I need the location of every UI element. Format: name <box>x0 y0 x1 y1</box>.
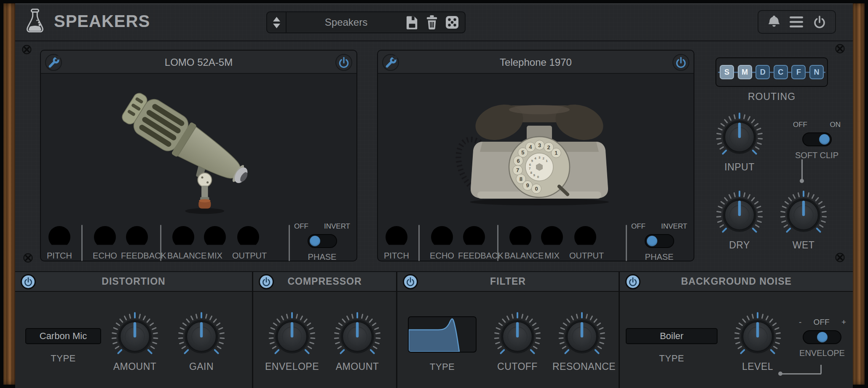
speaker-2-mix-knob[interactable]: MIX <box>536 224 568 261</box>
speaker-1-pitch-knob[interactable]: PITCH <box>43 224 75 261</box>
rotary-telephone-image: 1234567890 1234567890 <box>440 84 638 207</box>
phase-invert-label: INVERT <box>661 222 687 231</box>
window-controls-group <box>758 10 836 34</box>
compressor-amount-knob[interactable]: AMOUNT <box>328 312 387 372</box>
svg-text:1: 1 <box>555 150 557 156</box>
compressor-title: COMPRESSOR <box>287 276 362 287</box>
power-icon <box>405 277 415 287</box>
soft-clip-off-label: OFF <box>793 121 807 129</box>
routing-node-c[interactable]: C <box>774 65 788 79</box>
speaker-1-feedback-knob[interactable]: FEEDBACK <box>121 224 153 261</box>
phase-off-label: OFF <box>294 222 308 231</box>
divider <box>418 225 420 261</box>
routing-node-n[interactable]: N <box>809 65 824 79</box>
svg-text:2: 2 <box>547 144 550 151</box>
divider <box>626 225 627 261</box>
speaker-1-output-knob[interactable]: OUTPUT <box>232 224 264 261</box>
filter-power-button[interactable] <box>403 274 418 289</box>
compressor-envelope-knob[interactable]: ENVELOPE <box>263 312 321 372</box>
preset-bar: Speakers <box>266 11 466 33</box>
dry-knob[interactable]: DRY <box>710 191 769 251</box>
screw-bottom-left <box>23 253 33 263</box>
notifications-bell-icon[interactable] <box>767 15 781 29</box>
speaker-2-pitch-knob[interactable]: PITCH <box>380 224 413 261</box>
connector-dot <box>800 179 804 183</box>
hamburger-menu-icon[interactable] <box>789 16 804 28</box>
routing-matrix: S M D C F N <box>715 57 828 87</box>
power-icon <box>338 56 350 69</box>
speaker-1-phase-toggle[interactable] <box>308 234 337 248</box>
save-preset-icon[interactable] <box>406 16 418 30</box>
svg-text:0: 0 <box>537 175 539 179</box>
preset-up-arrow-icon[interactable] <box>273 17 280 22</box>
speaker-slot-2: Telephone 1970 1234567890 <box>377 50 694 261</box>
preset-prev-next-buttons[interactable] <box>267 12 287 32</box>
noise-envelope-toggle-group: - OFF + ENVELOPE <box>786 318 858 358</box>
wet-knob[interactable]: WET <box>774 191 833 251</box>
svg-text:2: 2 <box>543 156 545 160</box>
phase-invert-label: INVERT <box>324 222 350 231</box>
speaker-1-title[interactable]: LOMO 52A-5M <box>41 51 356 74</box>
svg-text:7: 7 <box>516 167 519 173</box>
divider <box>497 225 498 261</box>
distortion-module: DISTORTION Carbon Mic TYPE AMOUNT GAIN <box>15 272 252 388</box>
background-noise-power-button[interactable] <box>625 274 640 289</box>
distortion-power-button[interactable] <box>21 274 36 289</box>
speaker-2-power-button[interactable] <box>672 54 689 71</box>
speaker-1-echo-knob[interactable]: ECHO <box>89 224 121 261</box>
speaker-1-mix-knob[interactable]: MIX <box>199 224 231 261</box>
filter-cutoff-knob[interactable]: CUTOFF <box>488 312 547 372</box>
distortion-gain-knob[interactable]: GAIN <box>172 312 231 372</box>
phase-off-label: OFF <box>631 222 646 231</box>
screw-top-right <box>835 44 845 54</box>
speaker-1-phase-toggle-group: OFF INVERT PHASE <box>294 222 351 262</box>
speaker-2-output-knob[interactable]: OUTPUT <box>569 224 601 261</box>
filter-type-label: TYPE <box>408 361 477 372</box>
filter-title: FILTER <box>490 276 526 287</box>
svg-text:1: 1 <box>546 159 548 163</box>
svg-text:9: 9 <box>533 173 535 177</box>
speaker-2-feedback-knob[interactable]: FEEDBACK <box>458 224 490 261</box>
routing-node-d[interactable]: D <box>755 65 770 79</box>
compressor-module: COMPRESSOR ENVELOPE AMOUNT <box>252 272 396 388</box>
routing-node-f[interactable]: F <box>791 65 806 79</box>
distortion-type-dropdown[interactable]: Carbon Mic <box>25 328 101 344</box>
input-knob[interactable]: INPUT <box>710 113 769 173</box>
background-noise-module: BACKGROUND NOISE Boiler TYPE LEVEL - OFF… <box>619 272 853 388</box>
envelope-minus-label: - <box>799 318 801 327</box>
bypass-power-icon[interactable] <box>812 15 827 29</box>
filter-type-display[interactable] <box>408 316 477 353</box>
soft-clip-toggle-group: OFF ON SOFT CLIP <box>793 121 841 160</box>
compressor-power-button[interactable] <box>259 274 274 289</box>
app-title: SPEAKERS <box>54 12 150 31</box>
plugin-window: SPEAKERS Speakers <box>0 0 868 388</box>
filter-module: FILTER TYPE CUTOFF RESONANCE <box>396 272 619 388</box>
svg-text:4: 4 <box>534 156 536 160</box>
speaker-2-title[interactable]: Telephone 1970 <box>378 51 694 74</box>
delete-preset-trash-icon[interactable] <box>426 15 438 30</box>
speaker-1-balance-knob[interactable]: BALANCE <box>167 224 199 261</box>
randomize-preset-dice-icon[interactable] <box>445 16 459 29</box>
preset-name[interactable]: Speakers <box>287 16 406 28</box>
speaker-2-balance-knob[interactable]: BALANCE <box>504 224 536 261</box>
speaker-2-echo-knob[interactable]: ECHO <box>426 224 458 261</box>
distortion-amount-knob[interactable]: AMOUNT <box>105 312 164 372</box>
soft-clip-to-wet-connector <box>801 159 803 180</box>
distortion-type-label: TYPE <box>25 353 101 364</box>
noise-type-dropdown[interactable]: Boiler <box>626 328 718 344</box>
top-bar: SPEAKERS Speakers <box>15 3 853 41</box>
svg-text:5: 5 <box>531 159 533 163</box>
filter-resonance-knob[interactable]: RESONANCE <box>552 312 611 372</box>
preset-down-arrow-icon[interactable] <box>273 24 280 28</box>
speaker-1-power-button[interactable] <box>335 54 352 71</box>
divider <box>289 225 290 261</box>
svg-text:3: 3 <box>538 142 541 148</box>
routing-node-m[interactable]: M <box>738 65 752 79</box>
routing-node-s[interactable]: S <box>720 65 734 79</box>
lomo-microphone-image <box>104 77 273 216</box>
svg-text:6: 6 <box>517 158 520 164</box>
soft-clip-toggle[interactable] <box>802 132 832 146</box>
noise-envelope-toggle[interactable] <box>803 330 841 344</box>
noise-level-knob[interactable]: LEVEL <box>728 312 787 372</box>
speaker-2-phase-toggle[interactable] <box>645 234 674 248</box>
